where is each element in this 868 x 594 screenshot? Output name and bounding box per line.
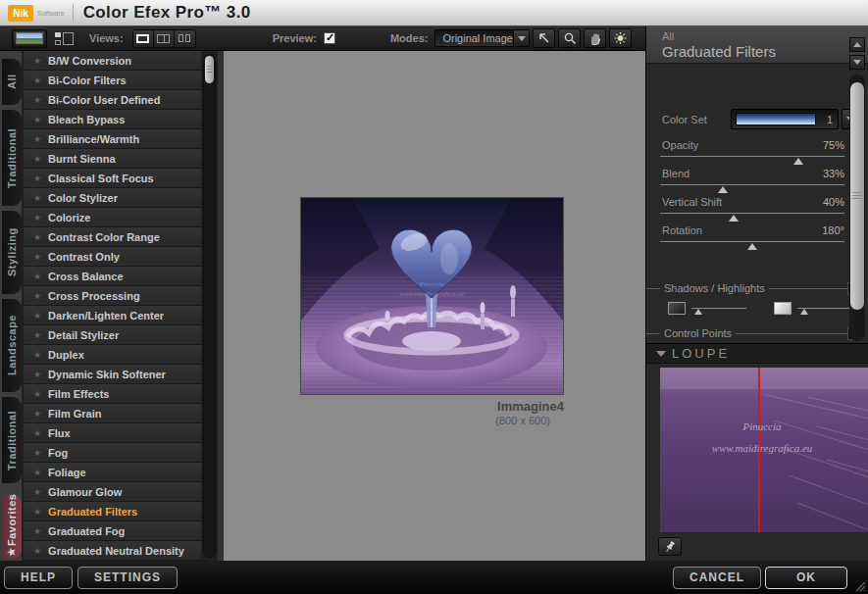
- view-dual-button[interactable]: [175, 30, 195, 47]
- settings-button[interactable]: SETTINGS: [77, 567, 178, 589]
- scroll-up-button[interactable]: [849, 37, 865, 52]
- filter-list-scroll-thumb[interactable]: [205, 56, 214, 83]
- filter-list-item[interactable]: ★ Detail Stylizer: [24, 325, 201, 345]
- filter-star-icon[interactable]: ★: [33, 468, 41, 477]
- filter-star-icon[interactable]: ★: [33, 487, 41, 497]
- modes-dropdown[interactable]: Original Image: [434, 29, 530, 47]
- filter-star-icon[interactable]: ★: [33, 370, 41, 379]
- filter-star-icon[interactable]: ★: [33, 291, 41, 301]
- filter-list-item[interactable]: ★ Foliage: [24, 463, 201, 482]
- cancel-button[interactable]: CANCEL: [673, 567, 761, 589]
- panel-scroll-thumb[interactable]: [850, 82, 864, 310]
- filter-list-item[interactable]: ★ Duplex: [24, 345, 201, 365]
- filter-star-icon[interactable]: ★: [33, 115, 41, 124]
- slider-handle[interactable]: [729, 215, 739, 222]
- slider-handle[interactable]: [747, 243, 757, 250]
- filter-list-item[interactable]: ★ Glamour Glow: [24, 482, 201, 502]
- filter-list-item[interactable]: ★ Contrast Only: [24, 247, 201, 267]
- filter-list-item[interactable]: ★ Cross Balance: [24, 267, 201, 286]
- filter-star-icon[interactable]: ★: [33, 252, 41, 262]
- tab-favorites[interactable]: ★ Favorites: [2, 495, 22, 559]
- filter-star-icon[interactable]: ★: [33, 173, 41, 183]
- filter-star-icon[interactable]: ★: [33, 213, 41, 223]
- filter-star-icon[interactable]: ★: [33, 311, 41, 321]
- preview-checkbox[interactable]: [324, 32, 335, 44]
- panel-scroll-track[interactable]: [849, 74, 865, 341]
- view-split-button[interactable]: [154, 30, 175, 47]
- zoom-tool-button[interactable]: [558, 28, 581, 48]
- tab-landscape[interactable]: Landscape: [2, 299, 22, 392]
- filter-star-icon[interactable]: ★: [33, 507, 41, 517]
- resize-grip-icon[interactable]: [852, 578, 866, 592]
- image-thumbnail-button[interactable]: [12, 29, 47, 48]
- filter-star-icon[interactable]: ★: [33, 232, 41, 242]
- slider-handle[interactable]: [694, 309, 702, 315]
- filter-star-icon[interactable]: ★: [33, 389, 41, 399]
- layout-toggle-button[interactable]: [52, 29, 76, 48]
- slider-track[interactable]: [660, 184, 844, 185]
- filter-list-item[interactable]: ★ Graduated Filters: [24, 502, 201, 521]
- loupe-pin-button[interactable]: [658, 537, 682, 556]
- filter-list-item[interactable]: ★ Film Effects: [24, 384, 201, 404]
- filter-list-item[interactable]: ★ Burnt Sienna: [24, 149, 201, 169]
- filter-star-icon[interactable]: ★: [33, 546, 41, 556]
- filter-list-item[interactable]: ★ Color Stylizer: [24, 188, 201, 208]
- tab-traditional[interactable]: Traditional: [2, 110, 22, 206]
- filter-list-scrollbar[interactable]: [203, 54, 216, 558]
- shadow-mini-slider[interactable]: [691, 308, 746, 309]
- filter-list-item[interactable]: ★ B/W Conversion: [24, 51, 201, 71]
- filter-list-item[interactable]: ★ Contrast Color Range: [24, 227, 201, 247]
- help-button[interactable]: HELP: [4, 567, 73, 589]
- preview-image[interactable]: Pinuccia www.maidiregrafica.eu: [300, 197, 564, 395]
- filter-star-icon[interactable]: ★: [33, 526, 41, 536]
- filter-list-item[interactable]: ★ Flux: [24, 423, 201, 443]
- filter-star-icon[interactable]: ★: [33, 428, 41, 438]
- slider-handle[interactable]: [718, 186, 728, 193]
- scroll-down-button[interactable]: [849, 55, 865, 70]
- filter-list-item[interactable]: ★ Graduated Fog: [24, 521, 201, 541]
- filter-list-item[interactable]: ★ Graduated Neutral Density: [24, 541, 201, 561]
- filter-list-item[interactable]: ★ Colorize: [24, 208, 201, 227]
- slider-track[interactable]: [660, 213, 844, 214]
- highlight-mini-slider[interactable]: [797, 308, 852, 309]
- filter-star-icon[interactable]: ★: [33, 448, 41, 458]
- tab-all[interactable]: All: [2, 59, 22, 105]
- filter-list-item[interactable]: ★ Film Grain: [24, 404, 201, 423]
- filter-list-item[interactable]: ★ Bleach Bypass: [24, 110, 201, 129]
- filter-list-item[interactable]: ★ Cross Processing: [24, 286, 201, 306]
- loupe-preview[interactable]: Pinuccia www.maidiregrafica.eu: [660, 368, 868, 532]
- ok-button[interactable]: OK: [765, 567, 847, 589]
- filter-star-icon[interactable]: ★: [33, 193, 41, 203]
- background-light-button[interactable]: [609, 28, 632, 48]
- slider-handle[interactable]: [793, 158, 803, 165]
- filter-star-icon[interactable]: ★: [33, 95, 41, 105]
- slider-handle[interactable]: [800, 309, 808, 315]
- slider-track[interactable]: [660, 156, 844, 157]
- color-set-control[interactable]: 1: [731, 109, 839, 129]
- shadow-swatch[interactable]: [668, 302, 686, 315]
- panel-scrollbar[interactable]: [848, 37, 866, 341]
- slider-track[interactable]: [660, 241, 844, 242]
- tab-stylizing[interactable]: Stylizing: [2, 211, 22, 294]
- pan-tool-button[interactable]: [584, 28, 606, 48]
- highlight-swatch[interactable]: [774, 302, 791, 315]
- modes-dropdown-arrow[interactable]: [513, 30, 529, 46]
- opacity-slider[interactable]: Opacity 75%: [660, 139, 844, 165]
- filter-star-icon[interactable]: ★: [33, 409, 41, 419]
- filter-star-icon[interactable]: ★: [33, 154, 41, 164]
- blend-slider[interactable]: Blend 33%: [660, 168, 844, 193]
- rotation-slider[interactable]: Rotation 180°: [660, 224, 844, 250]
- filter-list-item[interactable]: ★ Dynamic Skin Softener: [24, 365, 201, 384]
- filter-list-item[interactable]: ★ Bi-Color User Defined: [24, 90, 201, 110]
- filter-list-item[interactable]: ★ Bi-Color Filters: [24, 71, 201, 90]
- filter-star-icon[interactable]: ★: [33, 330, 41, 340]
- filter-list-item[interactable]: ★ Darken/Lighten Center: [24, 306, 201, 325]
- filter-star-icon[interactable]: ★: [33, 134, 41, 144]
- filter-star-icon[interactable]: ★: [33, 75, 41, 85]
- vertical-shift-slider[interactable]: Vertical Shift 40%: [660, 196, 844, 222]
- filter-star-icon[interactable]: ★: [33, 350, 41, 360]
- filter-list-item[interactable]: ★ Brilliance/Warmth: [24, 129, 201, 149]
- tab-traditional-2[interactable]: Traditional: [2, 397, 22, 483]
- view-single-button[interactable]: [133, 30, 154, 47]
- select-tool-button[interactable]: [533, 28, 555, 48]
